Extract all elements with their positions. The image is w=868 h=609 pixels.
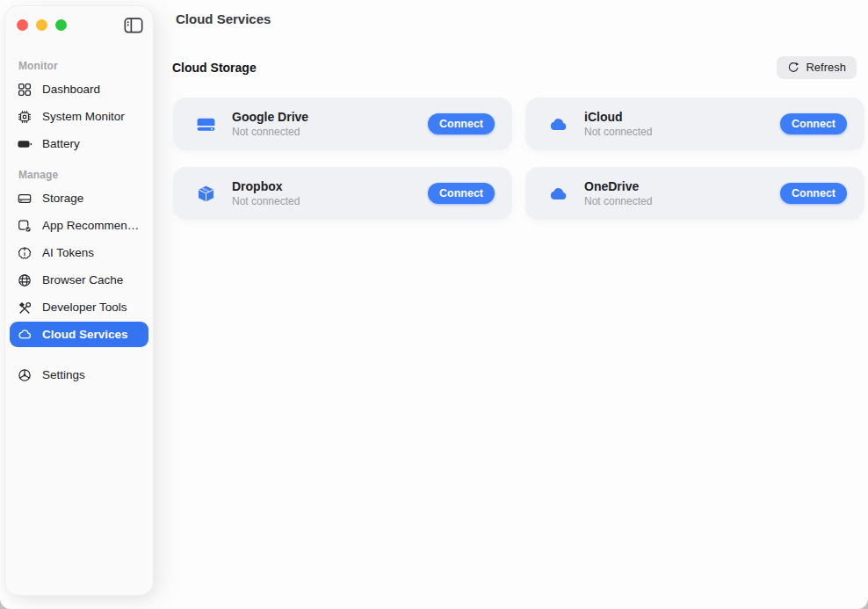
sidebar-item-label: Dashboard [42, 83, 100, 96]
app-check-badge-icon [17, 218, 33, 234]
sidebar-item-dashboard[interactable]: Dashboard [10, 76, 148, 102]
service-text: iCloud Not connected [584, 110, 652, 138]
google-drive-icon [195, 113, 217, 135]
refresh-label: Refresh [806, 61, 846, 74]
close-button[interactable] [17, 19, 28, 31]
hammer-wrench-icon [17, 300, 33, 315]
sidebar-item-ai-tokens[interactable]: AI Tokens [10, 240, 148, 265]
sidebar-item-developer-tools[interactable]: Developer Tools [10, 294, 148, 320]
battery-icon [17, 136, 33, 152]
sidebar-item-label: Settings [42, 368, 85, 381]
icloud-icon [547, 113, 569, 135]
sidebar-toggle-icon [124, 17, 143, 34]
sidebar-item-browser-cache[interactable]: Browser Cache [10, 267, 148, 293]
refresh-icon [787, 62, 799, 74]
service-status: Not connected [584, 195, 652, 207]
sidebar-item-system-monitor[interactable]: System Monitor [10, 104, 148, 129]
connect-button-icloud[interactable]: Connect [780, 113, 847, 134]
minimize-button[interactable] [36, 19, 47, 31]
onedrive-icon [547, 183, 569, 205]
service-text: Dropbox Not connected [232, 179, 300, 207]
sidebar-item-settings[interactable]: Settings [10, 362, 148, 388]
sidebar-item-storage[interactable]: Storage [10, 185, 148, 211]
service-name: Dropbox [232, 179, 300, 194]
service-status: Not connected [584, 126, 652, 138]
service-card-google-drive: Google Drive Not connected Connect [173, 98, 512, 150]
section-heading: Cloud Storage [172, 61, 257, 75]
app-window: Monitor Dashboard System Monitor Battery… [0, 0, 868, 609]
sidebar-item-label: Browser Cache [42, 273, 123, 286]
globe-icon [17, 272, 33, 288]
sidebar-section-monitor: Monitor [18, 60, 148, 72]
zoom-button[interactable] [55, 19, 67, 31]
sidebar-item-label: AI Tokens [42, 246, 94, 259]
cloud-storage-header: Cloud Storage Refresh [172, 55, 857, 79]
main-content: Cloud Services Cloud Storage Refresh [158, 0, 868, 609]
sidebar-item-label: App Recommen… [42, 219, 139, 232]
sidebar-item-label: Developer Tools [42, 301, 127, 314]
service-name: OneDrive [584, 179, 652, 194]
refresh-button[interactable]: Refresh [777, 56, 857, 79]
service-status: Not connected [232, 195, 300, 207]
brain-icon [17, 245, 33, 261]
service-card-dropbox: Dropbox Not connected Connect [173, 167, 512, 220]
dropbox-box-icon [195, 183, 217, 205]
service-card-onedrive: OneDrive Not connected Connect [525, 167, 864, 220]
page-title: Cloud Services [176, 11, 271, 26]
sidebar-item-label: Cloud Services [42, 328, 128, 341]
connect-button-dropbox[interactable]: Connect [428, 183, 495, 204]
sidebar: Monitor Dashboard System Monitor Battery… [4, 5, 154, 596]
grid-icon [17, 82, 33, 98]
connect-button-onedrive[interactable]: Connect [780, 183, 847, 204]
service-text: OneDrive Not connected [584, 179, 652, 207]
service-name: Google Drive [232, 110, 308, 125]
sidebar-item-label: Storage [42, 192, 83, 205]
connect-button-google-drive[interactable]: Connect [428, 113, 495, 134]
sidebar-item-app-recommendations[interactable]: App Recommen… [10, 213, 148, 238]
external-drive-icon [17, 191, 33, 207]
service-name: iCloud [584, 110, 652, 125]
cloud-icon [17, 327, 33, 343]
sidebar-item-label: System Monitor [42, 110, 125, 123]
sidebar-item-battery[interactable]: Battery [10, 131, 148, 156]
cpu-icon [17, 109, 33, 125]
sidebar-item-label: Battery [42, 137, 80, 150]
toggle-sidebar-button[interactable] [124, 17, 143, 34]
service-status: Not connected [232, 126, 308, 138]
sidebar-item-cloud-services[interactable]: Cloud Services [10, 322, 148, 347]
service-text: Google Drive Not connected [232, 110, 308, 138]
sidebar-section-manage: Manage [18, 169, 148, 181]
cloud-services-grid: Google Drive Not connected Connect iClou… [173, 98, 864, 220]
service-card-icloud: iCloud Not connected Connect [525, 98, 864, 150]
gear-icon [17, 367, 33, 383]
